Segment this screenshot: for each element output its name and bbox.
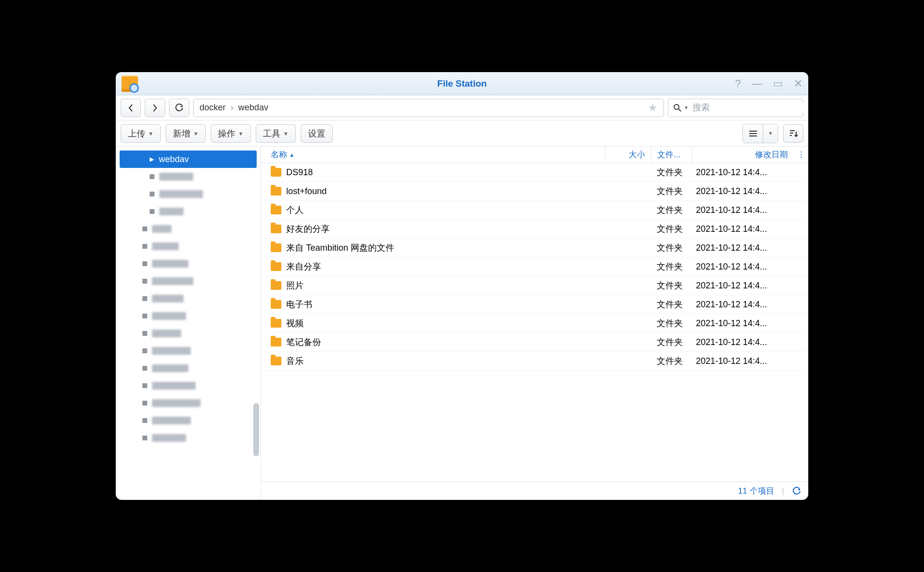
file-modified: 2021-10-12 14:4... [692,224,794,234]
folder-icon [271,357,281,365]
sidebar-item-blurred[interactable] [116,168,261,185]
close-icon[interactable]: ✕ [794,77,802,90]
folder-icon [271,206,281,214]
file-row[interactable]: 好友的分享文件夹2021-10-12 14:4... [261,220,808,239]
upload-label: 上传 [128,128,145,139]
file-modified: 2021-10-12 14:4... [692,337,794,347]
breadcrumb-part[interactable]: docker [200,103,226,113]
file-modified: 2021-10-12 14:4... [692,281,794,291]
maximize-icon[interactable]: ▭ [773,77,783,90]
sidebar-item-blurred[interactable] [116,272,261,290]
column-menu-icon[interactable]: ⋮ [794,150,808,160]
create-label: 新增 [173,128,190,139]
sidebar-item-blurred[interactable] [116,377,261,394]
file-row[interactable]: lost+found文件夹2021-10-12 14:4... [261,182,808,201]
view-dropdown-button[interactable]: ▼ [763,124,778,143]
list-view-button[interactable] [743,124,763,143]
file-row[interactable]: 笔记备份文件夹2021-10-12 14:4... [261,333,808,352]
sidebar-item-blurred[interactable] [116,185,261,203]
file-row[interactable]: DS918文件夹2021-10-12 14:4... [261,163,808,182]
folder-icon [271,243,281,252]
sort-icon [788,129,798,138]
search-input[interactable] [693,103,805,113]
main-panel: 名称▲ 大小 文件... 修改日期 ⋮ DS918文件夹2021-10-12 1… [261,147,808,500]
sidebar-item-blurred[interactable] [116,394,261,412]
file-name: 来自 Teambition 网盘的文件 [286,242,394,254]
file-modified: 2021-10-12 14:4... [692,186,794,196]
upload-button[interactable]: 上传▼ [121,124,161,143]
sidebar-item-blurred[interactable] [116,203,261,220]
search-dropdown-icon[interactable]: ▼ [684,105,689,110]
search-box[interactable]: ▼ [668,99,803,117]
file-station-window: File Station ? — ▭ ✕ docker › webdav ★ ▼ [116,72,808,500]
sidebar-item-webdav[interactable]: ▶ webdav [120,151,257,168]
sidebar-item-blurred[interactable] [116,360,261,377]
sort-asc-icon: ▲ [289,152,294,158]
sidebar-item-blurred[interactable] [116,238,261,255]
action-label: 操作 [218,128,235,139]
body: ▶ webdav 名称▲ 大小 文件... [116,147,808,500]
file-list: DS918文件夹2021-10-12 14:4...lost+found文件夹2… [261,163,808,482]
sidebar-item-blurred[interactable] [116,255,261,272]
file-name: 个人 [286,204,304,216]
expand-icon[interactable]: ▶ [150,156,154,163]
file-row[interactable]: 电子书文件夹2021-10-12 14:4... [261,295,808,314]
sidebar-item-blurred[interactable] [116,307,261,325]
create-button[interactable]: 新增▼ [166,124,206,143]
action-button[interactable]: 操作▼ [211,124,251,143]
settings-button[interactable]: 设置 [301,124,333,143]
view-mode-group: ▼ [742,124,778,143]
file-name: 视频 [286,317,304,329]
file-name: 好友的分享 [286,223,330,235]
column-type[interactable]: 文件... [651,147,692,163]
sidebar-item-blurred[interactable] [116,290,261,307]
chevron-down-icon: ▼ [283,131,289,136]
folder-icon [271,300,281,309]
tools-button[interactable]: 工具▼ [256,124,296,143]
column-size[interactable]: 大小 [605,147,651,163]
file-type: 文件夹 [651,317,692,329]
folder-icon [271,187,281,196]
favorite-star-icon[interactable]: ★ [648,102,658,114]
sidebar-item-blurred[interactable] [116,220,261,238]
list-icon [748,130,758,137]
sort-button[interactable] [783,124,803,143]
file-type: 文件夹 [651,223,692,235]
sidebar-item-blurred[interactable] [116,429,261,447]
file-row[interactable]: 个人文件夹2021-10-12 14:4... [261,201,808,220]
minimize-icon[interactable]: — [752,77,762,90]
back-button[interactable] [121,99,141,117]
sidebar-item-blurred[interactable] [116,412,261,429]
forward-button[interactable] [145,99,165,117]
column-modified[interactable]: 修改日期 [692,147,794,163]
toolbar: 上传▼ 新增▼ 操作▼ 工具▼ 设置 ▼ [116,120,808,147]
file-row[interactable]: 来自 Teambition 网盘的文件文件夹2021-10-12 14:4... [261,239,808,257]
file-row[interactable]: 音乐文件夹2021-10-12 14:4... [261,352,808,371]
folder-icon [271,168,281,177]
folder-icon [271,281,281,290]
file-name: 电子书 [286,299,312,310]
file-modified: 2021-10-12 14:4... [692,318,794,329]
scrollbar-thumb[interactable] [253,403,259,456]
item-count: 11 个项目 [738,485,774,497]
help-icon[interactable]: ? [735,77,741,90]
reload-button[interactable] [169,99,189,117]
file-row[interactable]: 照片文件夹2021-10-12 14:4... [261,276,808,295]
sidebar: ▶ webdav [116,147,261,500]
refresh-icon[interactable] [792,486,801,496]
settings-label: 设置 [308,128,325,139]
file-type: 文件夹 [651,280,692,291]
sidebar-item-blurred[interactable] [116,342,261,360]
sidebar-item-blurred[interactable] [116,325,261,342]
file-name: 来自分享 [286,261,321,272]
file-row[interactable]: 来自分享文件夹2021-10-12 14:4... [261,257,808,276]
file-row[interactable]: 视频文件夹2021-10-12 14:4... [261,314,808,333]
file-modified: 2021-10-12 14:4... [692,262,794,272]
file-type: 文件夹 [651,166,692,178]
breadcrumb[interactable]: docker › webdav ★ [193,99,664,117]
svg-point-0 [674,105,679,109]
file-name: 照片 [286,280,304,291]
file-type: 文件夹 [651,355,692,367]
breadcrumb-part[interactable]: webdav [238,103,268,113]
column-name[interactable]: 名称▲ [261,149,605,160]
